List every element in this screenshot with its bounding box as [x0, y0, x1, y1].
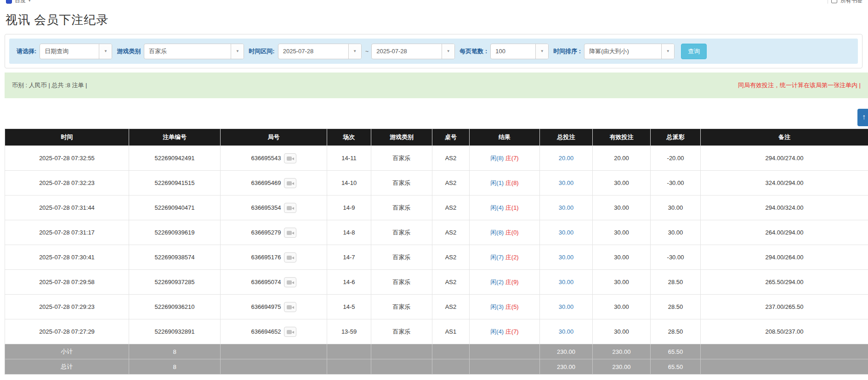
bookmark-favicon — [6, 0, 12, 4]
all-bookmarks-button[interactable]: 所有书签 — [828, 0, 862, 4]
cell-round-id: 636695074 — [221, 270, 327, 295]
chevron-down-icon[interactable]: ▼ — [535, 44, 548, 59]
cell-time: 2025-07-28 07:32:23 — [5, 171, 129, 196]
total-bet-link[interactable]: 30.00 — [559, 303, 574, 310]
cell-bet-id: 522690938574 — [129, 245, 221, 270]
round-id-value: 636695279 — [251, 229, 281, 236]
cell-remark: 294.00/324.00 — [701, 196, 868, 220]
total-bet-link[interactable]: 30.00 — [559, 204, 574, 211]
bookmark-item[interactable]: 百度 ▾ — [6, 0, 31, 4]
subtotal-total-bet: 230.00 — [540, 344, 593, 359]
table-header-row: 时间 注单编号 局号 场次 游戏类别 桌号 结果 总投注 有效投注 总派彩 备注 — [5, 129, 868, 146]
total-bet-link[interactable]: 30.00 — [559, 328, 574, 335]
cell-time: 2025-07-28 07:31:44 — [5, 196, 129, 220]
page-size-value: 100 — [491, 44, 535, 59]
total-valid-bet: 230.00 — [593, 359, 651, 374]
cell-bet-id: 522690932891 — [129, 319, 221, 344]
result-banker: 庄(1) — [505, 204, 519, 211]
sort-order-value: 降冪(由大到小) — [584, 44, 661, 59]
result-banker: 庄(9) — [505, 279, 519, 285]
chevron-down-icon[interactable]: ▼ — [442, 44, 454, 59]
cell-result: 闲(3) 庄(5) — [470, 295, 540, 319]
chevron-down-icon[interactable]: ▼ — [231, 44, 244, 59]
game-type-label: 游戏类别 — [117, 47, 141, 56]
header-valid-bet: 有效投注 — [593, 129, 651, 146]
cell-valid-bet: 30.00 — [593, 319, 651, 344]
cell-remark: 264.00/294.00 — [701, 220, 868, 245]
total-row: 总计 8 230.00 230.00 65.50 — [5, 359, 868, 374]
cell-valid-bet: 30.00 — [593, 295, 651, 319]
query-mode-select[interactable]: 日期查询 ▼ — [40, 44, 112, 59]
cell-payout: 30.00 — [651, 196, 701, 220]
select-mode-label: 请选择: — [17, 47, 36, 56]
bookmarks-bar: 百度 ▾ 所有书签 — [0, 0, 868, 4]
header-game-type: 游戏类别 — [371, 129, 432, 146]
game-type-select[interactable]: 百家乐 ▼ — [144, 44, 244, 59]
folder-icon — [831, 0, 837, 3]
total-bet-link[interactable]: 30.00 — [559, 279, 574, 285]
total-bet-link[interactable]: 30.00 — [559, 179, 574, 186]
cell-remark: 208.50/237.00 — [701, 319, 868, 344]
cell-result: 闲(2) 庄(9) — [470, 270, 540, 295]
cell-remark: 237.00/265.50 — [701, 295, 868, 319]
page-size-select[interactable]: 100 ▼ — [490, 44, 549, 59]
cell-payout: -30.00 — [651, 171, 701, 196]
video-replay-icon[interactable] — [284, 178, 296, 188]
total-bet-link[interactable]: 20.00 — [559, 155, 574, 162]
chevron-down-icon[interactable]: ▼ — [99, 44, 112, 59]
currency-total-text: 币别 : 人民币 | 总共 :8 注单 | — [12, 81, 87, 89]
cell-session: 14-11 — [327, 146, 371, 171]
cell-table-code: AS1 — [432, 319, 470, 344]
header-table-code: 桌号 — [432, 129, 470, 146]
cell-session: 14-6 — [327, 270, 371, 295]
table-row: 2025-07-28 07:30:41 522690938574 6366951… — [5, 245, 868, 270]
cell-result: 闲(8) 庄(0) — [470, 220, 540, 245]
cell-remark: 294.00/264.00 — [701, 245, 868, 270]
cell-bet-id: 522690941515 — [129, 171, 221, 196]
video-replay-icon[interactable] — [284, 302, 296, 312]
video-replay-icon[interactable] — [284, 252, 296, 263]
chevron-down-icon[interactable]: ▼ — [348, 44, 361, 59]
round-id-value: 636695354 — [251, 204, 281, 211]
video-replay-icon[interactable] — [284, 153, 296, 163]
result-banker: 庄(7) — [505, 328, 519, 335]
cell-result: 闲(7) 庄(2) — [470, 245, 540, 270]
cell-game-type: 百家乐 — [371, 245, 432, 270]
cell-time: 2025-07-28 07:29:58 — [5, 270, 129, 295]
cell-valid-bet: 30.00 — [593, 196, 651, 220]
total-bet-link[interactable]: 30.00 — [559, 229, 574, 236]
cell-game-type: 百家乐 — [371, 295, 432, 319]
video-replay-icon[interactable] — [284, 228, 296, 238]
scroll-top-button[interactable]: ↑ — [857, 109, 868, 126]
query-button[interactable]: 查询 — [681, 44, 707, 59]
table-row: 2025-07-28 07:32:55 522690942491 6366955… — [5, 146, 868, 171]
round-id-value: 636694652 — [251, 328, 281, 335]
cell-game-type: 百家乐 — [371, 146, 432, 171]
date-to-value: 2025-07-28 — [372, 44, 442, 59]
cell-result: 闲(8) 庄(7) — [470, 146, 540, 171]
result-banker: 庄(2) — [505, 254, 519, 261]
arrow-up-icon: ↑ — [862, 113, 866, 121]
cell-game-type: 百家乐 — [371, 196, 432, 220]
sort-order-select[interactable]: 降冪(由大到小) ▼ — [584, 44, 675, 59]
date-to-select[interactable]: 2025-07-28 ▼ — [371, 44, 455, 59]
cell-total-bet: 30.00 — [540, 319, 593, 344]
total-bet-link[interactable]: 30.00 — [559, 254, 574, 261]
round-id-value: 636695543 — [251, 155, 281, 162]
cell-payout: 28.50 — [651, 295, 701, 319]
cell-total-bet: 30.00 — [540, 295, 593, 319]
video-replay-icon[interactable] — [284, 327, 296, 337]
result-player: 闲(8) — [490, 229, 504, 236]
date-from-select[interactable]: 2025-07-28 ▼ — [278, 44, 362, 59]
chevron-down-icon[interactable]: ▼ — [661, 44, 674, 59]
cell-round-id: 636695469 — [221, 171, 327, 196]
cell-session: 13-59 — [327, 319, 371, 344]
total-label: 总计 — [5, 359, 129, 374]
cell-game-type: 百家乐 — [371, 171, 432, 196]
result-player: 闲(7) — [490, 254, 504, 261]
video-replay-icon[interactable] — [284, 203, 296, 213]
cell-total-bet: 30.00 — [540, 196, 593, 220]
video-replay-icon[interactable] — [284, 277, 296, 287]
round-id-value: 636695074 — [251, 279, 281, 285]
cell-payout: 28.50 — [651, 319, 701, 344]
